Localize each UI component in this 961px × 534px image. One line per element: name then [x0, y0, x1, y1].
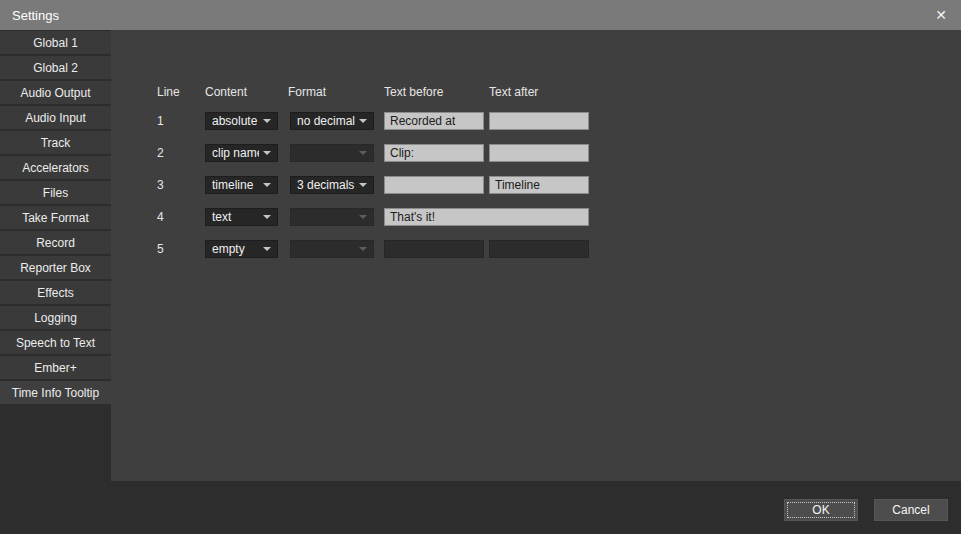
sidebar-item-global-2[interactable]: Global 2 [0, 56, 111, 79]
text-before-input[interactable] [384, 144, 484, 162]
chevron-down-icon [359, 247, 367, 251]
format-dropdown-disabled [290, 144, 374, 162]
sidebar-item-label: Reporter Box [20, 261, 91, 275]
sidebar-item-label: Audio Input [25, 111, 86, 125]
sidebar-item-label: Ember+ [34, 361, 76, 375]
sidebar-item-label: Effects [37, 286, 73, 300]
content-dropdown[interactable]: text [205, 208, 278, 226]
content-dropdown[interactable]: empty [205, 240, 278, 258]
sidebar-item-label: Record [36, 236, 75, 250]
text-before-input[interactable] [384, 176, 484, 194]
sidebar-item-label: Files [43, 186, 68, 200]
text-before-input[interactable] [384, 112, 484, 130]
sidebar-item-files[interactable]: Files [0, 181, 111, 204]
sidebar-item-reporter-box[interactable]: Reporter Box [0, 256, 111, 279]
line-number: 4 [157, 210, 164, 224]
time-info-tooltip-panel: Line Content Format Text before Text aft… [111, 30, 961, 481]
line-number: 3 [157, 178, 164, 192]
content-dropdown[interactable]: absolute [205, 112, 278, 130]
text-before-input-disabled [384, 240, 484, 258]
sidebar-item-label: Logging [34, 311, 77, 325]
window-title: Settings [12, 8, 59, 23]
dropdown-value: timeline [212, 178, 259, 192]
content-dropdown[interactable]: timeline [205, 176, 278, 194]
column-header-text-before: Text before [384, 85, 443, 100]
sidebar-item-label: Global 2 [33, 61, 78, 75]
sidebar-item-label: Accelerators [22, 161, 89, 175]
sidebar-item-audio-output[interactable]: Audio Output [0, 81, 111, 104]
chevron-down-icon [359, 183, 367, 187]
dialog-footer: OK Cancel [0, 481, 961, 534]
sidebar-item-effects[interactable]: Effects [0, 281, 111, 304]
format-dropdown[interactable]: no decimals [290, 112, 374, 130]
chevron-down-icon [263, 215, 271, 219]
title-bar: Settings ✕ [0, 0, 961, 30]
text-after-input[interactable] [489, 144, 589, 162]
text-after-input[interactable] [489, 112, 589, 130]
sidebar-item-take-format[interactable]: Take Format [0, 206, 111, 229]
sidebar-item-label: Take Format [22, 211, 89, 225]
sidebar-item-label: Speech to Text [16, 336, 95, 350]
cancel-button[interactable]: Cancel [874, 499, 948, 521]
sidebar-item-track[interactable]: Track [0, 131, 111, 154]
sidebar-item-accelerators[interactable]: Accelerators [0, 156, 111, 179]
chevron-down-icon [263, 183, 271, 187]
text-after-input-disabled [489, 240, 589, 258]
chevron-down-icon [263, 151, 271, 155]
dropdown-value: no decimals [297, 114, 355, 128]
sidebar-item-logging[interactable]: Logging [0, 306, 111, 329]
chevron-down-icon [359, 151, 367, 155]
settings-category-list: Global 1 Global 2 Audio Output Audio Inp… [0, 30, 111, 481]
sidebar-item-record[interactable]: Record [0, 231, 111, 254]
format-dropdown-disabled [290, 208, 374, 226]
sidebar-item-ember-plus[interactable]: Ember+ [0, 356, 111, 379]
sidebar-item-label: Time Info Tooltip [12, 386, 99, 400]
ok-button[interactable]: OK [784, 499, 858, 521]
text-wide-input[interactable] [384, 208, 589, 226]
tooltip-line-row: 1 absolute no decimals [111, 112, 961, 130]
sidebar-item-label: Track [41, 136, 71, 150]
column-header-line: Line [157, 85, 180, 100]
chevron-down-icon [359, 119, 367, 123]
column-header-text-after: Text after [489, 85, 538, 100]
dropdown-value: clip name [212, 146, 259, 160]
tooltip-line-row: 4 text [111, 208, 961, 226]
dropdown-value: empty [212, 242, 259, 256]
tooltip-line-row: 5 empty [111, 240, 961, 258]
tooltip-line-row: 3 timeline 3 decimals [111, 176, 961, 194]
column-header-content: Content [205, 85, 247, 100]
line-number: 5 [157, 242, 164, 256]
content-dropdown[interactable]: clip name [205, 144, 278, 162]
settings-dialog: Settings ✕ Global 1 Global 2 Audio Outpu… [0, 0, 961, 534]
sidebar-item-speech-to-text[interactable]: Speech to Text [0, 331, 111, 354]
format-dropdown-disabled [290, 240, 374, 258]
tooltip-line-row: 2 clip name [111, 144, 961, 162]
dropdown-value: 3 decimals [297, 178, 355, 192]
chevron-down-icon [359, 215, 367, 219]
line-number: 2 [157, 146, 164, 160]
sidebar-item-global-1[interactable]: Global 1 [0, 31, 111, 54]
dropdown-value: absolute [212, 114, 259, 128]
close-icon[interactable]: ✕ [929, 4, 953, 26]
text-after-input[interactable] [489, 176, 589, 194]
chevron-down-icon [263, 247, 271, 251]
sidebar-item-audio-input[interactable]: Audio Input [0, 106, 111, 129]
dropdown-value: text [212, 210, 259, 224]
sidebar-item-time-info-tooltip[interactable]: Time Info Tooltip [0, 381, 111, 404]
column-header-format: Format [288, 85, 326, 100]
chevron-down-icon [263, 119, 271, 123]
format-dropdown[interactable]: 3 decimals [290, 176, 374, 194]
sidebar-item-label: Audio Output [20, 86, 90, 100]
sidebar-item-label: Global 1 [33, 36, 78, 50]
line-number: 1 [157, 114, 164, 128]
